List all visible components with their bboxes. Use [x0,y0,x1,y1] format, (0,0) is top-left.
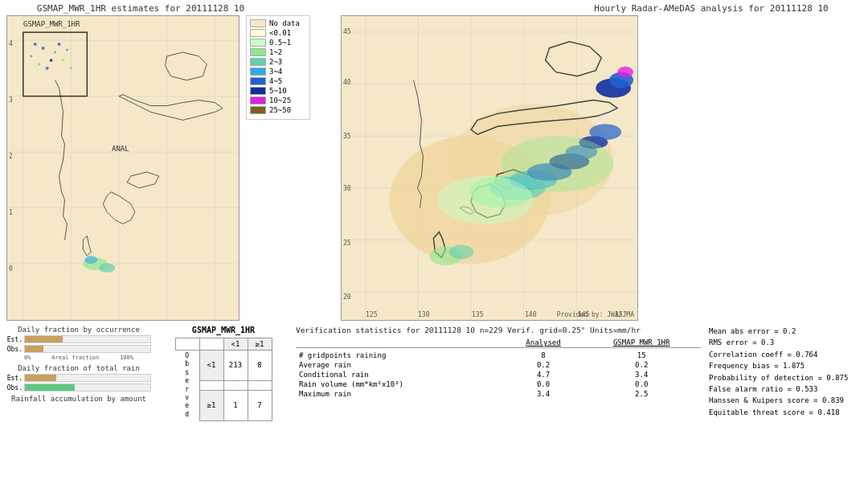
hist-obs-label-1: Obs. [6,346,23,353]
hist-title-2: Daily fraction of total rain [6,364,151,372]
provided-label: Provided by: JWA/JMA [557,311,634,318]
histogram-section: Daily fraction by occurrence Est. Obs. 0… [6,326,151,421]
legend-color-swatch [250,19,266,27]
verif-val-analysed-0: 8 [505,351,583,360]
legend-item: 10~25 [250,96,306,105]
legend-label: 4~5 [269,77,282,85]
verif-val-gsmap-2: 3.4 [582,370,701,379]
svg-point-24 [99,263,115,273]
right-lat-30: 30 [343,185,351,192]
right-lat-35: 35 [343,133,351,140]
verif-row-4: Maximum rain 3.4 2.5 [296,389,701,399]
legend-box: No data <0.01 0.5~1 1~2 2~3 3~4 4~5 5~10… [246,15,310,120]
legend-item: 2~3 [250,58,306,66]
verif-val-analysed-3: 0.0 [505,379,583,389]
score-correlation: Correlation coeff = 0.764 [709,349,862,360]
svg-point-25 [84,256,97,264]
verif-title: Verification statistics for 20111128 10 … [296,326,701,334]
hist-bar-fill-obs-1 [25,346,43,352]
score-false-alarm: False alarm ratio = 0.533 [709,383,862,395]
legend-item: No data [250,19,306,27]
hist-obs-label-2: Obs. [6,384,23,392]
verif-val-gsmap-1: 0.2 [582,360,701,370]
right-map-title: Hourly Radar-AMeDAS analysis for 2011112… [563,3,860,14]
right-lat-40: 40 [343,79,351,86]
legend-item: <0.01 [250,29,306,37]
left-lat-4: 4 [9,40,13,47]
score-prob-detection: Probability of detection = 0.875 [709,372,862,383]
svg-point-52 [502,136,613,192]
hist-title-3: Rainfall accumulation by amount [6,395,151,403]
anal-label: ANAL [112,145,129,153]
cont-row-ge1: ≥1 [199,391,223,421]
legend-label: No data [269,19,300,27]
right-lat-25: 25 [343,240,351,247]
legend-color-swatch [250,58,266,66]
score-rms: RMS error = 0.3 [709,337,862,348]
legend-label: 10~25 [269,96,291,105]
score-mean-abs: Mean abs error = 0.2 [709,326,862,337]
legend-item: 3~4 [250,68,306,76]
legend-item: 4~5 [250,77,306,85]
hist-axis-mid: Areal fraction [51,355,99,361]
legend-item: 1~2 [250,48,306,56]
right-lon-135: 135 [472,311,483,318]
hist-row-obs-1: Obs. [6,345,151,353]
verif-label-4: Maximum rain [296,389,505,399]
cont-row-lt1: <1 [199,351,223,381]
contingency-table: <1 ≥1 Observed <1 213 8 ≥1 1 7 [175,338,272,421]
hist-bar-est-1 [24,335,151,343]
svg-point-19 [62,59,65,62]
hist-bar-obs-1 [24,345,151,353]
svg-point-21 [70,67,72,69]
verif-label-3: Rain volume (mm*km²x10⁶) [296,379,505,389]
cont-obs-label: Observed [175,351,199,421]
svg-point-16 [38,63,40,65]
left-lat-2: 2 [9,153,13,160]
svg-point-54 [449,244,473,259]
verif-val-gsmap-3: 0.0 [582,379,701,389]
verif-val-analysed-4: 3.4 [505,389,583,399]
hist-axis-0: 0% [24,355,31,361]
right-lon-140: 140 [525,311,536,318]
legend-item: 25~50 [250,106,306,114]
hist-row-est-2: Est. [6,374,151,382]
svg-point-12 [34,43,37,46]
legend-color-swatch [250,68,266,76]
title-bar: GSMAP_MWR_1HR estimates for 20111128 10 … [0,0,868,15]
svg-point-47 [589,124,621,140]
right-map: 45 40 35 30 25 20 125 130 135 140 145 15… [341,15,638,321]
legend-label: <0.01 [269,29,291,37]
verif-label-2: Conditional rain [296,370,505,379]
cont-col-ge1: ≥1 [248,338,272,351]
contingency-section: GSMAP_MWR_1HR <1 ≥1 Observed <1 213 8 ≥1 [159,326,288,421]
legend-label: 25~50 [269,106,291,114]
svg-point-17 [46,67,49,70]
verif-col-analysed: Analysed [505,338,583,348]
verif-row-3: Rain volume (mm*km²x10⁶) 0.0 0.0 [296,379,701,389]
verif-val-analysed-2: 4.7 [505,370,583,379]
verif-row-0: # gridpoints raining 8 15 [296,351,701,360]
left-map: 4 3 2 1 0 ANAL GSMAP_MWR_1HR [6,15,240,321]
cont-col-lt1: <1 [223,338,248,351]
bottom-section: Daily fraction by occurrence Est. Obs. 0… [0,322,868,424]
left-lat-3: 3 [9,96,13,104]
legend-item: 0.5~1 [250,39,306,47]
svg-point-15 [50,59,53,62]
score-equitable-threat: Equitable threat score = 0.418 [709,407,862,418]
right-lon-130: 130 [418,311,429,318]
verif-label-1: Average rain [296,360,505,370]
hist-bar-fill-est-1 [25,336,63,342]
cont-val-12: 8 [248,351,272,381]
svg-point-18 [54,51,56,54]
cont-val-21: 1 [223,391,248,421]
gsmap-label: GSMAP_MWR_1HR [23,20,80,28]
hist-bar-fill-est-2 [25,375,56,381]
verif-col-gsmap: GSMAP_MWR_1HR [582,338,701,348]
maps-row: 4 3 2 1 0 ANAL GSMAP_MWR_1HR [0,15,868,321]
left-map-svg [7,16,239,320]
verif-val-gsmap-0: 15 [582,351,701,360]
legend-color-swatch [250,39,266,47]
cont-title: GSMAP_MWR_1HR [159,326,288,334]
right-map-svg [342,16,637,320]
